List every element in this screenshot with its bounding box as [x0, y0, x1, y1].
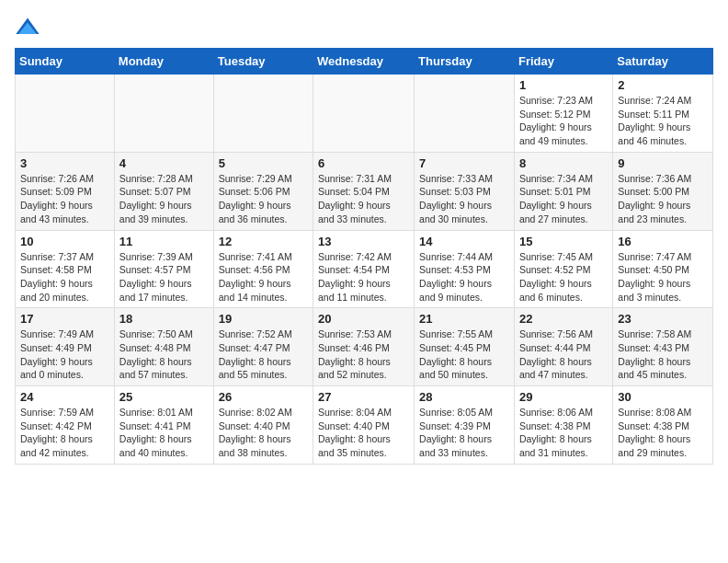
week-row-4: 17Sunrise: 7:49 AMSunset: 4:49 PMDayligh…: [16, 308, 713, 386]
day-cell: [213, 75, 313, 153]
day-cell: 29Sunrise: 8:06 AMSunset: 4:38 PMDayligh…: [514, 386, 612, 465]
week-row-2: 3Sunrise: 7:26 AMSunset: 5:09 PMDaylight…: [16, 152, 713, 230]
day-number: 24: [20, 390, 109, 404]
day-info: Sunrise: 7:44 AMSunset: 4:53 PMDaylight:…: [419, 250, 509, 304]
calendar-header: SundayMondayTuesdayWednesdayThursdayFrid…: [16, 49, 713, 75]
day-cell: [16, 75, 115, 153]
day-info: Sunrise: 7:36 AMSunset: 5:00 PMDaylight:…: [618, 172, 708, 226]
day-info: Sunrise: 7:28 AMSunset: 5:07 PMDaylight:…: [119, 172, 209, 226]
day-number: 25: [119, 390, 209, 404]
day-cell: 2Sunrise: 7:24 AMSunset: 5:11 PMDaylight…: [613, 75, 713, 153]
day-cell: 30Sunrise: 8:08 AMSunset: 4:38 PMDayligh…: [613, 386, 713, 465]
day-number: 4: [119, 156, 209, 170]
day-cell: 13Sunrise: 7:42 AMSunset: 4:54 PMDayligh…: [313, 230, 415, 308]
day-cell: 8Sunrise: 7:34 AMSunset: 5:01 PMDaylight…: [514, 152, 612, 230]
day-number: 28: [419, 390, 509, 404]
day-cell: 22Sunrise: 7:56 AMSunset: 4:44 PMDayligh…: [514, 308, 612, 386]
day-number: 10: [20, 235, 109, 248]
day-cell: 14Sunrise: 7:44 AMSunset: 4:53 PMDayligh…: [415, 230, 515, 308]
day-number: 7: [419, 156, 509, 170]
day-info: Sunrise: 7:53 AMSunset: 4:46 PMDaylight:…: [318, 327, 409, 382]
page-header: [15, 15, 713, 40]
day-cell: 15Sunrise: 7:45 AMSunset: 4:52 PMDayligh…: [514, 230, 612, 308]
day-cell: 4Sunrise: 7:28 AMSunset: 5:07 PMDaylight…: [114, 152, 213, 230]
day-info: Sunrise: 7:56 AMSunset: 4:44 PMDaylight:…: [519, 327, 608, 382]
day-number: 8: [519, 156, 608, 170]
day-info: Sunrise: 7:26 AMSunset: 5:09 PMDaylight:…: [20, 172, 109, 226]
week-row-3: 10Sunrise: 7:37 AMSunset: 4:58 PMDayligh…: [16, 230, 713, 308]
day-number: 18: [119, 312, 209, 326]
header-cell-sunday: Sunday: [16, 49, 115, 75]
day-cell: 19Sunrise: 7:52 AMSunset: 4:47 PMDayligh…: [213, 308, 313, 386]
day-number: 15: [519, 235, 608, 248]
day-info: Sunrise: 7:33 AMSunset: 5:03 PMDaylight:…: [419, 172, 509, 226]
day-info: Sunrise: 7:45 AMSunset: 4:52 PMDaylight:…: [519, 250, 608, 304]
day-info: Sunrise: 7:41 AMSunset: 4:56 PMDaylight:…: [219, 250, 308, 304]
day-number: 26: [219, 390, 308, 404]
day-info: Sunrise: 7:29 AMSunset: 5:06 PMDaylight:…: [219, 172, 308, 226]
day-cell: 16Sunrise: 7:47 AMSunset: 4:50 PMDayligh…: [613, 230, 713, 308]
day-info: Sunrise: 7:42 AMSunset: 4:54 PMDaylight:…: [318, 250, 409, 304]
day-info: Sunrise: 8:02 AMSunset: 4:40 PMDaylight:…: [219, 406, 308, 460]
day-cell: 12Sunrise: 7:41 AMSunset: 4:56 PMDayligh…: [213, 230, 313, 308]
day-number: 2: [618, 78, 708, 92]
day-number: 11: [119, 235, 209, 248]
day-number: 16: [618, 235, 708, 248]
day-info: Sunrise: 7:34 AMSunset: 5:01 PMDaylight:…: [519, 172, 608, 226]
day-number: 13: [318, 235, 409, 248]
day-number: 27: [318, 390, 409, 404]
week-row-5: 24Sunrise: 7:59 AMSunset: 4:42 PMDayligh…: [16, 386, 713, 465]
day-info: Sunrise: 7:49 AMSunset: 4:49 PMDaylight:…: [20, 327, 109, 382]
day-number: 23: [618, 312, 708, 326]
header-cell-friday: Friday: [514, 49, 612, 75]
header-cell-wednesday: Wednesday: [313, 49, 415, 75]
day-number: 3: [20, 156, 109, 170]
day-number: 14: [419, 235, 509, 248]
header-cell-thursday: Thursday: [415, 49, 515, 75]
day-number: 1: [519, 78, 608, 92]
header-cell-tuesday: Tuesday: [213, 49, 313, 75]
day-info: Sunrise: 8:04 AMSunset: 4:40 PMDaylight:…: [318, 406, 409, 460]
day-info: Sunrise: 7:39 AMSunset: 4:57 PMDaylight:…: [119, 250, 209, 304]
day-info: Sunrise: 7:23 AMSunset: 5:12 PMDaylight:…: [519, 94, 608, 148]
day-info: Sunrise: 8:05 AMSunset: 4:39 PMDaylight:…: [419, 406, 509, 460]
day-info: Sunrise: 7:47 AMSunset: 4:50 PMDaylight:…: [618, 250, 708, 304]
day-cell: 28Sunrise: 8:05 AMSunset: 4:39 PMDayligh…: [415, 386, 515, 465]
header-row: SundayMondayTuesdayWednesdayThursdayFrid…: [16, 49, 713, 75]
calendar-body: 1Sunrise: 7:23 AMSunset: 5:12 PMDaylight…: [16, 75, 713, 465]
day-cell: 23Sunrise: 7:58 AMSunset: 4:43 PMDayligh…: [613, 308, 713, 386]
header-cell-saturday: Saturday: [613, 49, 713, 75]
day-cell: 5Sunrise: 7:29 AMSunset: 5:06 PMDaylight…: [213, 152, 313, 230]
header-cell-monday: Monday: [114, 49, 213, 75]
day-info: Sunrise: 7:31 AMSunset: 5:04 PMDaylight:…: [318, 172, 409, 226]
day-info: Sunrise: 8:01 AMSunset: 4:41 PMDaylight:…: [119, 406, 209, 460]
day-cell: 1Sunrise: 7:23 AMSunset: 5:12 PMDaylight…: [514, 75, 612, 153]
day-cell: 20Sunrise: 7:53 AMSunset: 4:46 PMDayligh…: [313, 308, 415, 386]
day-info: Sunrise: 8:08 AMSunset: 4:38 PMDaylight:…: [618, 406, 708, 460]
day-cell: 27Sunrise: 8:04 AMSunset: 4:40 PMDayligh…: [313, 386, 415, 465]
day-number: 21: [419, 312, 509, 326]
day-number: 22: [519, 312, 608, 326]
day-cell: [415, 75, 515, 153]
day-cell: [114, 75, 213, 153]
day-info: Sunrise: 8:06 AMSunset: 4:38 PMDaylight:…: [519, 406, 608, 460]
day-info: Sunrise: 7:37 AMSunset: 4:58 PMDaylight:…: [20, 250, 109, 304]
day-number: 19: [219, 312, 308, 326]
day-number: 17: [20, 312, 109, 326]
day-cell: 3Sunrise: 7:26 AMSunset: 5:09 PMDaylight…: [16, 152, 115, 230]
day-number: 20: [318, 312, 409, 326]
day-cell: 25Sunrise: 8:01 AMSunset: 4:41 PMDayligh…: [114, 386, 213, 465]
day-cell: 17Sunrise: 7:49 AMSunset: 4:49 PMDayligh…: [16, 308, 115, 386]
week-row-1: 1Sunrise: 7:23 AMSunset: 5:12 PMDaylight…: [16, 75, 713, 153]
day-info: Sunrise: 7:24 AMSunset: 5:11 PMDaylight:…: [618, 94, 708, 148]
day-cell: 26Sunrise: 8:02 AMSunset: 4:40 PMDayligh…: [213, 386, 313, 465]
day-number: 30: [618, 390, 708, 404]
day-info: Sunrise: 7:50 AMSunset: 4:48 PMDaylight:…: [119, 327, 209, 382]
day-number: 29: [519, 390, 608, 404]
day-info: Sunrise: 7:58 AMSunset: 4:43 PMDaylight:…: [618, 327, 708, 382]
day-number: 6: [318, 156, 409, 170]
day-cell: 10Sunrise: 7:37 AMSunset: 4:58 PMDayligh…: [16, 230, 115, 308]
day-info: Sunrise: 7:55 AMSunset: 4:45 PMDaylight:…: [419, 327, 509, 382]
day-cell: 18Sunrise: 7:50 AMSunset: 4:48 PMDayligh…: [114, 308, 213, 386]
day-cell: 21Sunrise: 7:55 AMSunset: 4:45 PMDayligh…: [415, 308, 515, 386]
